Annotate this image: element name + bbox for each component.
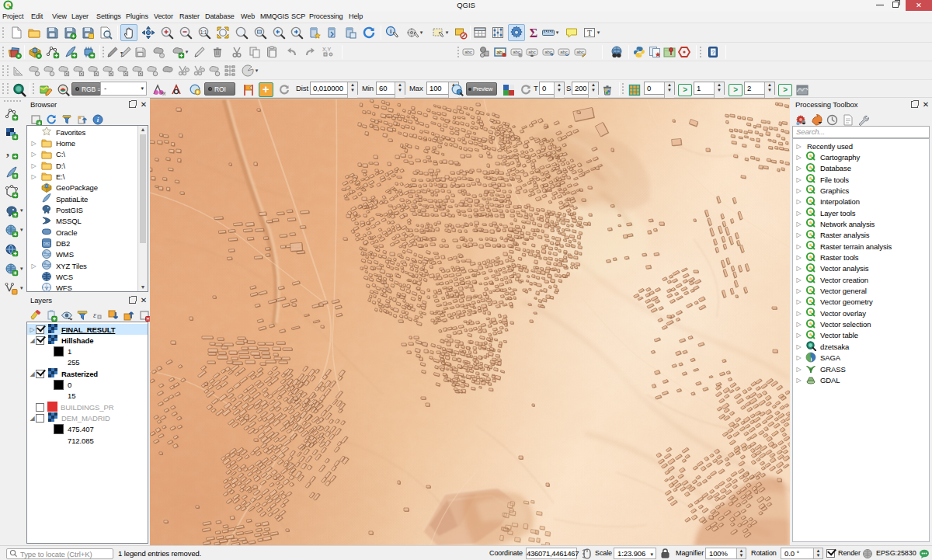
svg-text:ab: ab (496, 50, 503, 55)
svg-text:Σ: Σ (530, 26, 537, 40)
svg-text:abc: abc (560, 50, 567, 54)
svg-text:1:1: 1:1 (200, 30, 207, 35)
svg-text:?: ? (711, 50, 715, 55)
svg-text:abc: abc (576, 50, 583, 54)
svg-text:%: % (162, 91, 165, 96)
svg-text:,: , (6, 146, 9, 158)
svg-text:abc: abc (528, 50, 535, 54)
svg-text:abc: abc (464, 50, 471, 54)
svg-text:ε: ε (93, 311, 96, 319)
svg-text:T: T (587, 29, 592, 37)
svg-text:X,Y: X,Y (322, 47, 331, 52)
svg-text:DB2: DB2 (43, 242, 50, 245)
svg-text:abc: abc (544, 50, 551, 54)
svg-text:V: V (45, 285, 48, 290)
